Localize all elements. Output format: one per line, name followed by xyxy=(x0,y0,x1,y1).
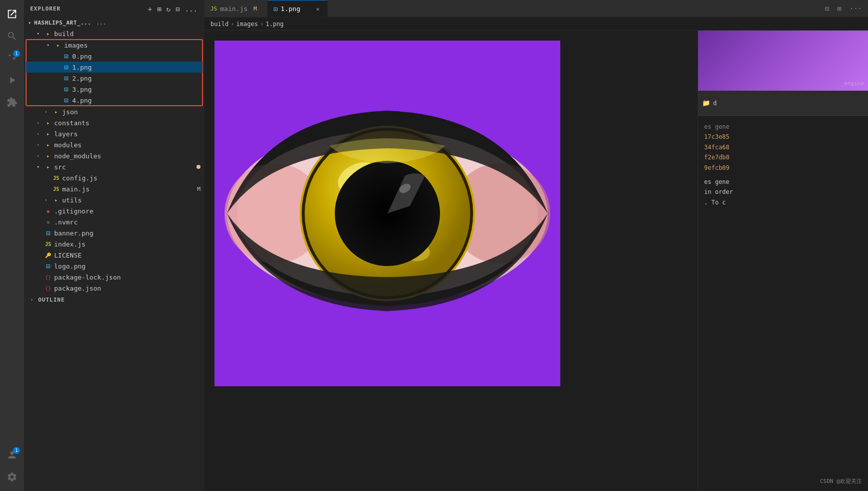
sidebar-item-layers[interactable]: ▸ layers xyxy=(24,128,204,139)
layers-folder-icon: ▸ xyxy=(44,130,52,138)
new-folder-icon[interactable]: ⊞ xyxy=(156,4,162,14)
sidebar-item-json[interactable]: ▸ json xyxy=(24,106,204,117)
split-editor-icon[interactable]: ⊟ xyxy=(823,4,831,14)
nvmrc-icon: ≡ xyxy=(44,218,52,226)
rp-line-7: in order xyxy=(704,187,862,197)
node-modules-folder-icon: ▸ xyxy=(44,152,52,160)
images-label: images xyxy=(64,42,88,49)
rp-line-4: f2e7db0 xyxy=(704,152,862,162)
right-panel-top: _engine xyxy=(698,31,868,91)
rp-line-3: 34fca68 xyxy=(704,142,862,152)
sidebar-item-0png[interactable]: ⊡ 0.png xyxy=(26,51,202,62)
constants-folder-icon: ▸ xyxy=(44,119,52,127)
main-js-label: main.js xyxy=(62,185,90,193)
breadcrumb-build[interactable]: build xyxy=(210,21,229,28)
constants-arrow xyxy=(34,119,42,127)
workspace-ellipsis: ... xyxy=(96,20,106,26)
tab-1png[interactable]: ⊡ 1.png ✕ xyxy=(268,0,328,17)
highlighted-images-group: ▸ images ⊡ 0.png ⊡ 1.png xyxy=(26,40,202,106)
new-file-icon[interactable]: + xyxy=(147,4,153,14)
outline-label: OUTLINE xyxy=(38,297,65,303)
utils-label: utils xyxy=(62,196,82,204)
0png-label: 0.png xyxy=(72,53,92,60)
sidebar-item-package-json[interactable]: {} package.json xyxy=(24,283,204,294)
refresh-icon[interactable]: ↻ xyxy=(165,4,171,14)
search-activity-icon[interactable] xyxy=(2,26,22,46)
sidebar-item-modules[interactable]: ▸ modules xyxy=(24,139,204,150)
collapse-all-icon[interactable]: ⊟ xyxy=(174,4,180,14)
sidebar-header-actions: + ⊞ ↻ ⊟ ... xyxy=(147,4,198,14)
sidebar-item-nvmrc[interactable]: ≡ .nvmrc xyxy=(24,216,204,227)
sidebar-item-main-js[interactable]: JS main.js M xyxy=(24,183,204,194)
source-control-activity-icon[interactable]: 1 xyxy=(2,48,22,68)
tab-main-js-icon: JS xyxy=(210,6,217,12)
sidebar-item-build[interactable]: ▸ build xyxy=(24,28,204,39)
modules-folder-icon: ▸ xyxy=(44,141,52,149)
main-js-badge: M xyxy=(197,186,200,192)
more-tab-actions-icon[interactable]: ··· xyxy=(847,4,864,14)
more-options-icon[interactable]: ... xyxy=(184,4,198,14)
sidebar-item-index-js[interactable]: JS index.js xyxy=(24,238,204,250)
tab-main-js[interactable]: JS main.js M xyxy=(204,0,268,17)
sidebar-item-utils[interactable]: ▸ utils xyxy=(24,194,204,205)
rp-line-8: . To c xyxy=(704,197,862,207)
src-folder-icon: ▸ xyxy=(44,163,52,171)
sidebar-item-config-js[interactable]: JS config.js xyxy=(24,172,204,183)
sidebar-item-2png[interactable]: ⊡ 2.png xyxy=(26,73,202,84)
0png-icon: ⊡ xyxy=(62,52,70,60)
4png-icon: ⊡ xyxy=(62,96,70,104)
sidebar-item-constants[interactable]: ▸ constants xyxy=(24,117,204,128)
outline-section[interactable]: OUTLINE xyxy=(24,294,204,306)
breadcrumb-1png[interactable]: 1.png xyxy=(266,21,284,28)
utils-arrow xyxy=(42,196,50,204)
gitignore-icon: ◆ xyxy=(44,207,52,215)
modules-label: modules xyxy=(54,141,82,149)
extensions-activity-icon[interactable] xyxy=(2,92,22,112)
3png-icon: ⊡ xyxy=(62,85,70,93)
right-panel-folder-row: 📁 d xyxy=(698,91,868,116)
rp-line-2: 17c3e85 xyxy=(704,132,862,142)
build-arrow xyxy=(34,30,42,38)
run-activity-icon[interactable] xyxy=(2,70,22,90)
constants-label: constants xyxy=(54,119,89,127)
rp-line-1: es gene xyxy=(704,122,862,132)
node-modules-arrow xyxy=(34,152,42,160)
breadcrumb-images[interactable]: images xyxy=(236,21,258,28)
tab-main-js-label: main.js xyxy=(220,5,248,13)
sidebar-item-1png[interactable]: ⊡ 1.png xyxy=(26,62,202,73)
config-js-icon: JS xyxy=(52,174,60,182)
explorer-title: EXPLORER xyxy=(30,6,61,12)
json-arrow xyxy=(42,108,50,116)
rp-line-6: es gene xyxy=(704,177,862,187)
sidebar-item-images[interactable]: ▸ images xyxy=(26,40,202,51)
1png-icon: ⊡ xyxy=(62,63,70,71)
eye-svg xyxy=(214,41,560,386)
workspace-name: HASHLIPS_ART_... xyxy=(34,20,91,26)
account-activity-icon[interactable]: 1 xyxy=(2,445,22,465)
sidebar-item-node-modules[interactable]: ▸ node_modules xyxy=(24,150,204,161)
logo-png-label: logo.png xyxy=(54,263,86,270)
json-folder-icon: ▸ xyxy=(52,108,60,116)
explorer-activity-icon[interactable] xyxy=(2,4,22,24)
eye-image-container xyxy=(214,41,560,386)
right-panel-text-area: es gene 17c3e85 34fca68 f2e7db0 9efcb09 … xyxy=(698,116,868,491)
layout-icon[interactable]: ⊞ xyxy=(835,4,843,14)
settings-activity-icon[interactable] xyxy=(2,467,22,487)
node-modules-label: node_modules xyxy=(54,152,101,160)
sidebar-item-logo-png[interactable]: ⊡ logo.png xyxy=(24,261,204,272)
workspace-root[interactable]: ▾ HASHLIPS_ART_... ... xyxy=(24,18,204,28)
sidebar-item-3png[interactable]: ⊡ 3.png xyxy=(26,84,202,95)
tab-close-button[interactable]: ✕ xyxy=(314,5,321,13)
sidebar-item-banner-png[interactable]: ⊡ banner.png xyxy=(24,227,204,238)
sidebar-item-package-lock[interactable]: {} package-lock.json xyxy=(24,272,204,283)
sidebar-item-4png[interactable]: ⊡ 4.png xyxy=(26,95,202,106)
main-js-icon: JS xyxy=(52,185,60,193)
sidebar-item-src[interactable]: ▸ src xyxy=(24,161,204,172)
modules-arrow xyxy=(34,141,42,149)
src-label: src xyxy=(54,163,66,171)
sidebar-item-license[interactable]: 🔑 LICENSE xyxy=(24,250,204,261)
sidebar-item-gitignore[interactable]: ◆ .gitignore xyxy=(24,205,204,216)
1png-label: 1.png xyxy=(72,64,92,71)
image-viewer xyxy=(204,31,698,491)
tab-1png-label: 1.png xyxy=(281,5,300,13)
